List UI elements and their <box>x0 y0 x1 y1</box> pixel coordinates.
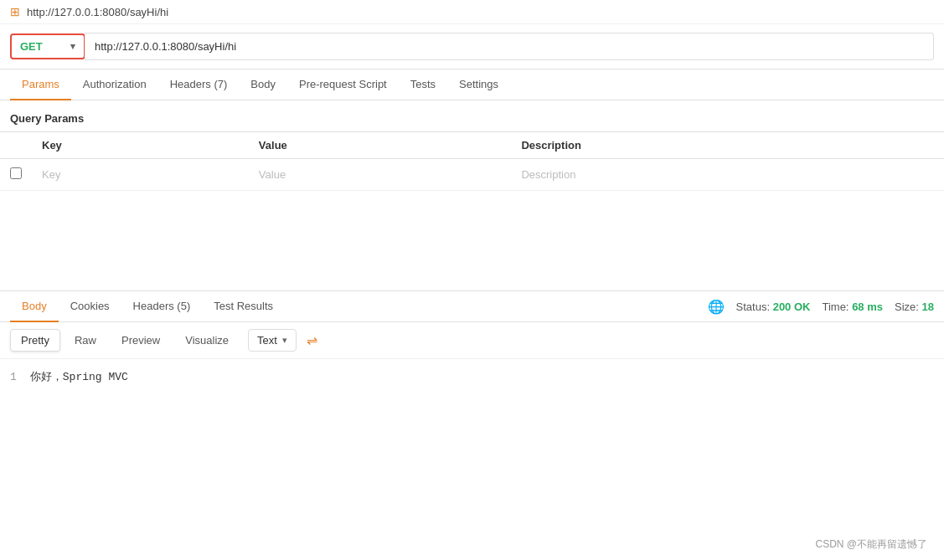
table-row: Key Value Description <box>0 159 944 191</box>
format-type-label: Text <box>257 334 277 347</box>
format-raw-button[interactable]: Raw <box>64 329 107 352</box>
description-cell[interactable]: Description <box>511 159 944 191</box>
request-tabs-row: Params Authorization Headers (7) Body Pr… <box>0 69 944 100</box>
tab-settings[interactable]: Settings <box>447 69 510 100</box>
response-tab-testresults[interactable]: Test Results <box>202 291 285 322</box>
response-line: 1 你好，Spring MVC <box>10 367 934 386</box>
response-tab-body[interactable]: Body <box>10 291 59 322</box>
row-checkbox[interactable] <box>10 167 22 179</box>
method-icon: ⊞ <box>10 5 20 18</box>
status-label: Status: 200 OK <box>736 301 811 313</box>
format-bar: Pretty Raw Preview Visualize Text ▾ ⇌ <box>0 322 944 359</box>
globe-icon: 🌐 <box>708 299 725 315</box>
time-label: Time: 68 ms <box>822 301 883 313</box>
title-url: http://127.0.0.1:8080/sayHi/hi <box>27 6 168 18</box>
size-label: Size: 18 <box>895 301 934 313</box>
col-value: Value <box>249 132 512 159</box>
response-section: Body Cookies Headers (5) Test Results 🌐 … <box>0 291 944 394</box>
title-bar: ⊞ http://127.0.0.1:8080/sayHi/hi <box>0 0 944 24</box>
tab-prerequest[interactable]: Pre-request Script <box>287 69 399 100</box>
tab-body[interactable]: Body <box>239 69 287 100</box>
request-bar: GET ▾ <box>0 24 944 69</box>
tab-authorization[interactable]: Authorization <box>71 69 158 100</box>
tab-tests[interactable]: Tests <box>399 69 447 100</box>
key-cell[interactable]: Key <box>32 159 249 191</box>
wrap-icon: ⇌ <box>307 332 317 348</box>
response-body: 1 你好，Spring MVC <box>0 359 944 394</box>
col-description: Description <box>511 132 944 159</box>
wrap-button[interactable]: ⇌ <box>307 332 317 348</box>
response-tabs-row: Body Cookies Headers (5) Test Results 🌐 … <box>0 291 944 322</box>
format-type-dropdown[interactable]: Text ▾ <box>248 329 297 352</box>
response-tab-headers[interactable]: Headers (5) <box>121 291 203 322</box>
response-tab-cookies[interactable]: Cookies <box>59 291 121 322</box>
tab-params[interactable]: Params <box>10 69 71 100</box>
value-cell[interactable]: Value <box>249 159 512 191</box>
format-visualize-button[interactable]: Visualize <box>174 329 240 352</box>
tab-headers[interactable]: Headers (7) <box>158 69 240 100</box>
method-select[interactable]: GET ▾ <box>10 33 85 59</box>
method-label: GET <box>20 40 43 53</box>
response-status: 🌐 Status: 200 OK Time: 68 ms Size: 18 <box>708 299 934 315</box>
response-text: 你好，Spring MVC <box>30 369 128 384</box>
method-chevron: ▾ <box>70 41 75 52</box>
dropdown-chevron: ▾ <box>282 335 287 346</box>
format-preview-button[interactable]: Preview <box>111 329 171 352</box>
format-pretty-button[interactable]: Pretty <box>10 329 60 352</box>
line-number: 1 <box>10 371 17 383</box>
row-checkbox-cell <box>0 159 32 191</box>
col-key: Key <box>32 132 249 159</box>
params-table: Key Value Description Key Value Descript… <box>0 131 944 191</box>
url-input[interactable] <box>85 33 934 60</box>
query-params-title: Query Params <box>0 100 944 131</box>
col-checkbox <box>0 132 32 159</box>
